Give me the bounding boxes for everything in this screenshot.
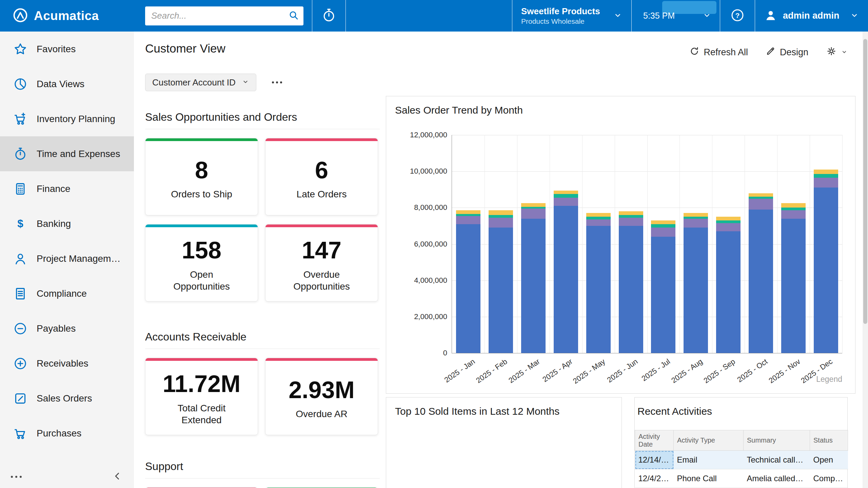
chevron-down-icon [242, 77, 249, 88]
brand-logo[interactable]: Acumatica [0, 0, 134, 32]
column-header-activity-type[interactable]: Activity Type [674, 430, 744, 451]
bar-2025-dec[interactable] [814, 170, 838, 353]
vertical-scrollbar[interactable] [863, 32, 868, 488]
bar-segment-yellow [554, 191, 578, 194]
y-axis-label: 6,000,000 [414, 240, 447, 249]
bar-segment-yellow [781, 203, 806, 208]
bar-segment-purple [684, 219, 708, 228]
sidebar-item-label: Data Views [37, 79, 84, 90]
bar-segment-teal [814, 174, 838, 178]
bar-2025-aug[interactable] [684, 213, 708, 353]
column-header-activity-date[interactable]: Activity Date [635, 430, 674, 451]
sidebar-item-payables[interactable]: Payables [0, 311, 134, 346]
kpi-label: Total Credit Extended [163, 402, 240, 426]
filter-row: Customer Account ID [145, 74, 282, 91]
acumatica-logo-icon [12, 7, 28, 25]
top10-title: Top 10 Sold Items in Last 12 Months [395, 406, 559, 417]
sidebar-more-button[interactable] [11, 476, 22, 478]
business-date-selector[interactable]: 5:35 PM [631, 0, 720, 32]
kpi-card-overdue-ar[interactable]: 2.93MOverdue AR [265, 358, 378, 435]
bar-segment-purple [651, 228, 675, 237]
help-button[interactable]: ? [720, 0, 755, 32]
activity-date-cell[interactable]: 12/4/2… [635, 469, 674, 488]
bar-2025-jan[interactable] [456, 210, 480, 353]
filter-more-button[interactable] [272, 81, 282, 83]
kpi-card-total-credit-extended[interactable]: 11.72MTotal Credit Extended [145, 358, 258, 435]
activity-date-cell[interactable]: 12/14/… [635, 451, 674, 469]
kpi-card-accent [145, 225, 258, 227]
bar-2025-apr[interactable] [554, 191, 578, 353]
bar-2025-oct[interactable] [749, 193, 773, 353]
search-input-box[interactable] [145, 6, 303, 25]
bar-2025-sep[interactable] [716, 217, 741, 353]
section-title: Accounts Receivable [145, 329, 380, 349]
activity-row[interactable]: 12/14/…EmailTechnical call…Open [635, 451, 848, 469]
sidebar-item-receivables[interactable]: Receivables [0, 346, 134, 381]
kpi-card-overdue-opportunities[interactable]: 147Overdue Opportunities [265, 224, 378, 301]
sidebar-item-compliance[interactable]: Compliance [0, 276, 134, 311]
activity-type-cell[interactable]: Email [674, 451, 744, 469]
sidebar-item-time-and-expenses[interactable]: Time and Expenses [0, 136, 134, 171]
document-icon [13, 286, 28, 301]
bar-segment-purple [554, 198, 578, 206]
sidebar-item-project-managem[interactable]: Project Managem… [0, 241, 134, 276]
sidebar-collapse-button[interactable] [112, 470, 123, 483]
sidebar-item-data-views[interactable]: Data Views [0, 66, 134, 101]
kpi-card-accent [145, 358, 258, 361]
bar-segment-yellow [749, 193, 773, 197]
column-header-status[interactable]: Status [810, 430, 848, 451]
kpi-value: 8 [195, 158, 208, 183]
sidebar-item-label: Sales Orders [37, 393, 92, 404]
bar-2025-jul[interactable] [651, 220, 675, 353]
gridline [679, 135, 680, 353]
activity-row[interactable]: 12/4/2…Phone CallAmelia called…Comp… [635, 469, 848, 488]
sidebar-item-label: Favorites [37, 44, 76, 55]
bar-2025-feb[interactable] [489, 210, 513, 353]
design-button[interactable]: Design [766, 46, 808, 59]
refresh-icon [689, 46, 699, 59]
sidebar-item-label: Project Managem… [37, 253, 120, 264]
bar-2025-mar[interactable] [521, 203, 546, 353]
kpi-card-open-opportunities[interactable]: 158Open Opportunities [145, 224, 258, 301]
gridline [712, 135, 712, 353]
scrollbar-thumb[interactable] [863, 39, 867, 324]
company-selector[interactable]: Sweetlife Products Products Wholesale [512, 0, 631, 32]
bar-segment-yellow [489, 210, 513, 215]
sidebar-item-purchases[interactable]: Purchases [0, 416, 134, 451]
bar-2025-jun[interactable] [619, 211, 643, 353]
search-input[interactable] [151, 10, 288, 21]
bar-segment-purple [521, 209, 546, 219]
status-cell[interactable]: Open [810, 451, 848, 469]
bar-2025-may[interactable] [586, 213, 611, 353]
bar-segment-blue [651, 237, 675, 353]
summary-cell[interactable]: Amelia called… [744, 469, 810, 488]
star-icon [13, 42, 28, 57]
pie-chart-icon [13, 77, 28, 92]
kpi-card-orders-to-ship[interactable]: 8Orders to Ship [145, 138, 258, 215]
kpi-card-late-orders[interactable]: 6Late Orders [265, 138, 378, 215]
column-header-summary[interactable]: Summary [744, 430, 810, 451]
search-icon[interactable] [288, 9, 299, 22]
legend-link[interactable]: Legend [816, 375, 842, 384]
business-time: 5:35 PM [643, 11, 675, 21]
bar-segment-yellow [456, 210, 480, 214]
activity-type-cell[interactable]: Phone Call [674, 469, 744, 488]
status-cell[interactable]: Comp… [810, 469, 848, 488]
sidebar-item-finance[interactable]: Finance [0, 171, 134, 206]
sidebar-item-inventory-planning[interactable]: Inventory Planning [0, 101, 134, 136]
customer-account-filter[interactable]: Customer Account ID [145, 74, 256, 91]
sidebar-item-favorites[interactable]: Favorites [0, 32, 134, 66]
sidebar-item-label: Payables [37, 323, 76, 334]
time-tracking-button[interactable] [312, 0, 346, 32]
bar-2025-nov[interactable] [781, 203, 806, 353]
dashboard-settings-button[interactable] [826, 46, 848, 59]
sidebar-list: FavoritesData ViewsInventory PlanningTim… [0, 32, 134, 451]
summary-cell[interactable]: Technical call… [744, 451, 810, 469]
chevron-down-icon [613, 11, 623, 21]
sidebar-item-sales-orders[interactable]: Sales Orders [0, 381, 134, 416]
sidebar-item-banking[interactable]: $Banking [0, 206, 134, 241]
refresh-all-button[interactable]: Refresh All [689, 46, 748, 59]
gridline [647, 135, 648, 353]
bar-segment-purple [749, 199, 773, 210]
user-menu[interactable]: admin admin [755, 0, 868, 32]
